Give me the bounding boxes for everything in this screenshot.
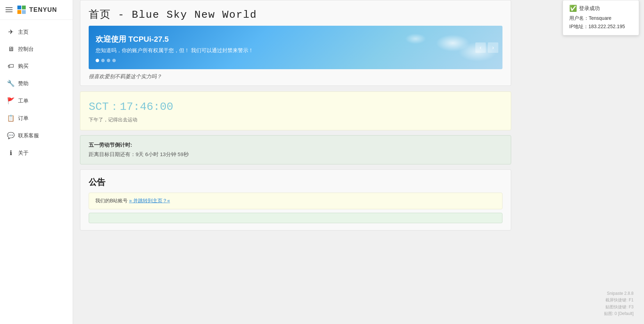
snipaste-paste: 贴图: 0 [Default] (604, 310, 634, 317)
sct-value: 17:46:00 (120, 100, 174, 113)
logo-icon (17, 5, 26, 15)
app-name: TENYUN (29, 6, 57, 14)
countdown-text: 距离目标日期还有：9天 6小时 13分钟 59秒 (89, 151, 502, 158)
banner-next-button[interactable]: › (488, 42, 498, 53)
sidebar-label-assist: 赞助 (18, 80, 29, 87)
countdown-section: 五一劳动节倒计时: 距离目标日期还有：9天 6小时 13分钟 59秒 (80, 135, 511, 164)
banner-title: 欢迎使用 TCPUi-27.5 (96, 34, 496, 44)
assist-icon: 🔧 (7, 80, 15, 87)
sidebar-item-support[interactable]: 💬 联系客服 (0, 127, 73, 144)
countdown-title: 五一劳动节倒计时: (89, 142, 502, 148)
sidebar: TENYUN ✈ 主页 🖥 控制台 🏷 购买 🔧 赞助 🚩 工单 📋 订单 💬 (0, 0, 73, 324)
snipaste-version: Snipaste 2.8.8 (604, 290, 634, 297)
workorder-icon: 🚩 (7, 97, 15, 105)
banner-navigation: ‹ › (475, 42, 498, 53)
svg-rect-2 (17, 10, 21, 14)
banner-dot-3[interactable] (107, 59, 110, 62)
banner-dot-4[interactable] (112, 59, 116, 62)
announcement-item-2 (89, 213, 502, 223)
sidebar-item-console[interactable]: 🖥 控制台 (0, 41, 73, 58)
sct-time: SCT：17:46:00 (89, 99, 502, 114)
username-label: 用户名： (569, 15, 589, 21)
sct-label: SCT： (89, 100, 120, 113)
banner-prev-button[interactable]: ‹ (475, 42, 486, 53)
svg-rect-3 (22, 10, 26, 14)
sidebar-label-about: 关于 (18, 150, 29, 156)
snipaste-shortcut2: 贴图快捷键: F3 (604, 304, 634, 310)
sct-section: SCT：17:46:00 下午了，记得出去运动 (80, 91, 511, 130)
orders-icon: 📋 (7, 114, 15, 122)
support-icon: 💬 (7, 132, 15, 139)
success-icon: ✅ (569, 5, 577, 12)
svg-rect-0 (17, 6, 21, 9)
banner-dots (96, 59, 496, 62)
sidebar-item-assist[interactable]: 🔧 赞助 (0, 75, 73, 92)
announcement-title: 公告 (89, 177, 502, 188)
snipaste-shortcut1: 截屏快捷键: F1 (604, 297, 634, 303)
sidebar-label-support: 联系客服 (18, 132, 39, 139)
about-icon: ℹ (7, 149, 15, 157)
page-title-section: 首页 - Blue Sky New World 欢迎使用 TCPUi-27.5 … (80, 0, 511, 86)
sidebar-label-workorder: 工单 (18, 98, 29, 104)
sidebar-label-console: 控制台 (18, 46, 34, 52)
main-content: ✅ 登录成功 用户名：Tensquare IP地址：183.222.252.19… (73, 0, 644, 324)
page-subtitle: 很喜欢爱别不羁萎这个实力吗？ (89, 73, 502, 80)
home-icon: ✈ (7, 28, 15, 36)
sidebar-item-home[interactable]: ✈ 主页 (0, 23, 73, 41)
banner-dot-2[interactable] (101, 59, 105, 62)
announcement-text-1: 我们的B站账号 (95, 198, 128, 203)
nav-menu: ✈ 主页 🖥 控制台 🏷 购买 🔧 赞助 🚩 工单 📋 订单 💬 联系客服 ℹ (0, 20, 73, 165)
username-value: Tensquare (589, 15, 611, 21)
announcement-item-1: 我们的B站账号 » 并跳转到主页？« (89, 193, 502, 209)
content-area: 首页 - Blue Sky New World 欢迎使用 TCPUi-27.5 … (73, 0, 518, 242)
login-popup: ✅ 登录成功 用户名：Tensquare IP地址：183.222.252.19… (563, 0, 639, 35)
sidebar-label-purchase: 购买 (18, 63, 29, 70)
popup-info: 用户名：Tensquare IP地址：183.222.252.195 (569, 14, 633, 31)
sct-description: 下午了，记得出去运动 (89, 117, 502, 123)
sidebar-item-workorder[interactable]: 🚩 工单 (0, 92, 73, 110)
sidebar-item-about[interactable]: ℹ 关于 (0, 144, 73, 162)
banner-dot-1[interactable] (96, 59, 99, 62)
svg-rect-1 (22, 6, 26, 9)
banner-subtitle: 您知道吗，你的账户所有权属于您，但！ 我们可以通过封禁来警示！ (96, 47, 496, 54)
snipaste-info: Snipaste 2.8.8 截屏快捷键: F1 贴图快捷键: F3 贴图: 0… (604, 290, 634, 317)
sidebar-logo: TENYUN (0, 0, 73, 20)
announcement-section: 公告 我们的B站账号 » 并跳转到主页？« (80, 169, 511, 230)
ip-value: 183.222.252.195 (588, 24, 625, 29)
sidebar-label-home: 主页 (18, 29, 29, 35)
sidebar-item-purchase[interactable]: 🏷 购买 (0, 58, 73, 75)
sidebar-label-orders: 订单 (18, 115, 29, 122)
ip-label: IP地址： (569, 24, 588, 29)
purchase-icon: 🏷 (7, 63, 15, 70)
sidebar-item-orders[interactable]: 📋 订单 (0, 110, 73, 127)
banner: 欢迎使用 TCPUi-27.5 您知道吗，你的账户所有权属于您，但！ 我们可以通… (89, 26, 502, 69)
login-success-text: 登录成功 (579, 5, 600, 12)
console-icon: 🖥 (7, 46, 15, 53)
hamburger-menu[interactable] (6, 7, 13, 12)
page-title: 首页 - Blue Sky New World (89, 7, 502, 22)
announcement-link-1[interactable]: » 并跳转到主页？« (129, 198, 170, 203)
